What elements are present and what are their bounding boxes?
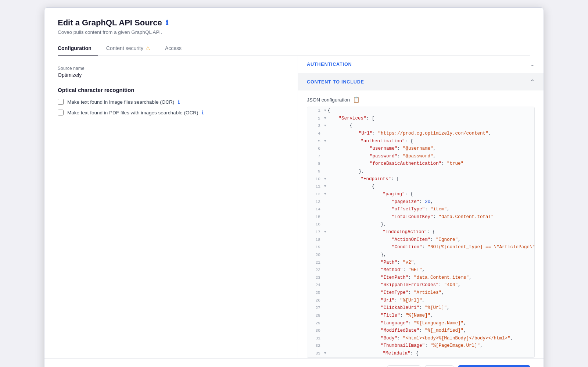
ocr-pdf-label: Make text found in PDF files with images…	[67, 110, 198, 115]
code-content: "Url": "https://prod.cg.optimizely.com/c…	[326, 130, 531, 138]
save-rebuild-button[interactable]: Save and rebuild source	[458, 365, 530, 367]
code-line: 19 "Condition": "NOT(%[content_type] == …	[307, 243, 534, 251]
ocr-image-row: Make text found in image files searchabl…	[58, 99, 284, 105]
title-text: Edit a GraphQL API Source	[58, 18, 162, 28]
line-number: 24	[310, 281, 320, 289]
tab-access[interactable]: Access	[165, 42, 188, 56]
code-content: "ItemPath": "data.Content.items",	[326, 274, 531, 282]
left-panel: Source name Optimizely Optical character…	[44, 56, 298, 358]
line-number: 1	[310, 107, 320, 114]
line-number: 14	[310, 206, 320, 213]
tab-content-security[interactable]: Content security ⚠	[106, 42, 157, 56]
code-line: 18 "ActionOnItem": "Ignore",	[307, 236, 534, 244]
code-line: 15 "TotalCountKey": "data.Content.total"	[307, 213, 534, 221]
code-content: "forceBasicAuthentication": "true"	[326, 160, 531, 168]
code-content: },	[326, 221, 531, 228]
line-number: 12	[310, 190, 320, 198]
code-line: 11▼ {	[307, 183, 534, 190]
collapse-icon[interactable]: ▼	[324, 138, 326, 144]
code-line: 12▼ "paging": {	[307, 190, 534, 198]
code-line: 21 "Path": "v2",	[307, 259, 534, 267]
collapse-icon[interactable]: ▼	[324, 350, 326, 356]
line-number: 6	[310, 145, 320, 152]
modal-container: Edit a GraphQL API Source ℹ Coveo pulls …	[44, 7, 544, 367]
warning-icon: ⚠	[146, 45, 150, 51]
code-line: 17▼ "IndexingAction": {	[307, 228, 534, 236]
collapse-icon[interactable]: ▼	[324, 175, 326, 182]
tab-configuration[interactable]: Configuration	[58, 42, 98, 56]
line-number: 18	[310, 236, 320, 243]
code-line: 24 "SkippableErrorCodes": "404",	[307, 281, 534, 289]
modal-body: Source name Optimizely Optical character…	[44, 56, 544, 358]
code-content: "Title": "%[Name]",	[326, 312, 531, 320]
line-number: 13	[310, 198, 320, 206]
authentication-accordion: AUTHENTICATION ⌄	[298, 56, 544, 73]
code-line: 4 "Url": "https://prod.cg.optimizely.com…	[307, 130, 534, 138]
ocr-image-checkbox[interactable]	[58, 99, 64, 105]
save-button[interactable]: Save	[425, 365, 453, 367]
code-line: 30 "ModifiedDate": "%[_modified]",	[307, 327, 534, 335]
code-line: 33▼ "Metadata": {	[307, 350, 534, 357]
page-subtitle: Coveo pulls content from a given GraphQL…	[58, 29, 530, 35]
json-label: JSON configuration	[307, 97, 350, 103]
content-to-include-accordion-header[interactable]: CONTENT TO INCLUDE ⌃	[298, 73, 544, 90]
collapse-icon[interactable]: ▼	[324, 107, 326, 114]
line-number: 23	[310, 274, 320, 281]
page-title: Edit a GraphQL API Source ℹ	[58, 18, 530, 28]
line-number: 20	[310, 251, 320, 259]
ocr-pdf-checkbox[interactable]	[58, 110, 64, 115]
code-line: 14 "offsetType": "item",	[307, 206, 534, 213]
line-number: 32	[310, 342, 320, 349]
line-number: 16	[310, 221, 320, 228]
line-number: 19	[310, 243, 320, 251]
code-line: 23 "ItemPath": "data.Content.items",	[307, 274, 534, 282]
ocr-image-info-icon[interactable]: ℹ	[178, 99, 180, 105]
content-to-include-accordion: CONTENT TO INCLUDE ⌃ JSON configuration …	[298, 73, 544, 358]
code-content: "ClickableUri": "%[Url]",	[326, 304, 531, 312]
code-content: "offsetType": "item",	[326, 206, 531, 213]
code-content: {	[327, 107, 531, 115]
ocr-pdf-row: Make text found in PDF files with images…	[58, 110, 284, 115]
source-name-value: Optimizely	[58, 72, 284, 78]
collapse-icon[interactable]: ▼	[324, 122, 326, 129]
line-number: 29	[310, 320, 320, 327]
code-content: "ModifiedDate": "%[_modified]",	[326, 327, 531, 335]
content-to-include-chevron-icon: ⌃	[530, 78, 535, 85]
code-line: 25 "ItemType": "Articles",	[307, 289, 534, 297]
json-copy-icon[interactable]: 📋	[353, 96, 360, 103]
code-line: 2▼ "Services": [	[307, 115, 534, 122]
line-number: 26	[310, 297, 320, 304]
ocr-pdf-info-icon[interactable]: ℹ	[202, 110, 204, 115]
code-editor[interactable]: 1▼{2▼ "Services": [3▼ {4 "Url": "https:/…	[307, 107, 535, 358]
line-number: 9	[310, 168, 320, 175]
code-content: "ThumbnailImage": "%[PageImage.Url]",	[326, 342, 531, 350]
code-content: "Services": [	[327, 115, 531, 122]
code-content: },	[326, 251, 531, 259]
code-content: "pageSize": 20,	[326, 198, 531, 206]
line-number: 31	[310, 335, 320, 342]
source-name-label: Source name	[58, 66, 284, 71]
cancel-button[interactable]: Cancel	[387, 365, 420, 367]
authentication-accordion-header[interactable]: AUTHENTICATION ⌄	[298, 56, 544, 73]
collapse-icon[interactable]: ▼	[324, 183, 326, 189]
line-number: 28	[310, 312, 320, 319]
code-line: 10▼ "Endpoints": [	[307, 175, 534, 183]
line-number: 3	[310, 122, 320, 129]
code-line: 26 "Uri": "%[Url]",	[307, 297, 534, 304]
code-content: "Endpoints": [	[327, 175, 531, 183]
code-content: {	[327, 122, 531, 130]
code-line: 1▼{	[307, 107, 534, 115]
code-line: 28 "Title": "%[Name]",	[307, 312, 534, 320]
code-line: 9 },	[307, 168, 534, 175]
line-number: 4	[310, 130, 320, 137]
title-info-icon[interactable]: ℹ	[166, 19, 168, 27]
line-number: 10	[310, 175, 320, 183]
line-number: 30	[310, 327, 320, 334]
line-number: 7	[310, 153, 320, 160]
collapse-icon[interactable]: ▼	[324, 115, 326, 121]
ocr-image-label: Make text found in image files searchabl…	[67, 99, 174, 105]
collapse-icon[interactable]: ▼	[324, 190, 326, 197]
collapse-icon[interactable]: ▼	[324, 228, 326, 235]
content-to-include-title: CONTENT TO INCLUDE	[307, 79, 364, 85]
line-number: 33	[310, 350, 320, 357]
